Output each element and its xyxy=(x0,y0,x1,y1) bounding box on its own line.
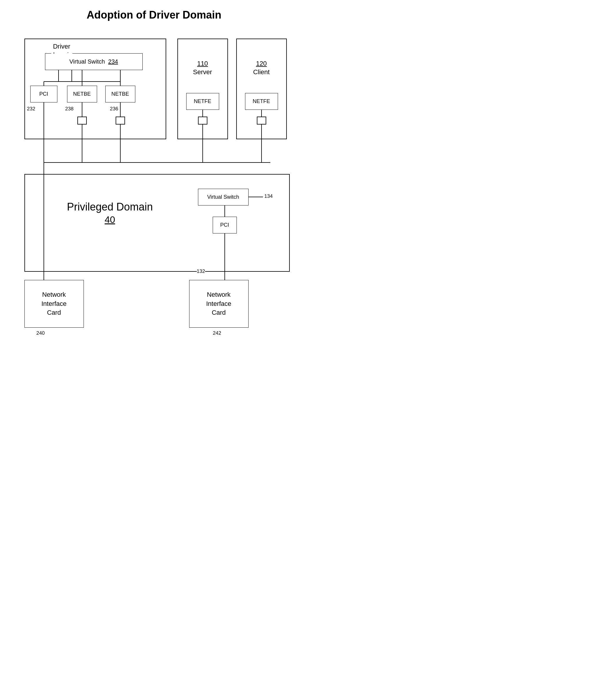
privileged-domain-label: Privileged Domain40 xyxy=(51,201,169,225)
netfe-server-label: NETFE xyxy=(186,93,219,110)
num-236: 236 xyxy=(110,106,118,112)
nic-242-label: NetworkInterfaceCard xyxy=(189,280,248,328)
virtual-switch-234-label: Virtual Switch 234 xyxy=(45,54,142,70)
svg-rect-21 xyxy=(78,117,86,124)
svg-rect-22 xyxy=(116,117,125,124)
num-242: 242 xyxy=(213,330,221,336)
svg-rect-24 xyxy=(198,117,207,124)
server-domain-label: 110Server xyxy=(186,59,219,76)
page-title: Adoption of Driver Domain xyxy=(12,9,296,21)
svg-rect-1 xyxy=(178,39,228,139)
nic-240-label: NetworkInterfaceCard xyxy=(25,280,84,328)
pci-134-label: PCI xyxy=(213,217,237,233)
svg-rect-2 xyxy=(237,39,287,139)
num-240: 240 xyxy=(37,330,45,336)
num-132: 132 xyxy=(197,269,205,274)
client-domain-label: 120Client xyxy=(245,59,278,76)
pci-232-label: PCI xyxy=(30,86,57,102)
num-134: 134 xyxy=(265,193,273,199)
netbe-236-label: NETBE xyxy=(106,86,135,102)
netfe-client-label: NETFE xyxy=(245,93,278,110)
virtual-switch-134-label: Virtual Switch xyxy=(198,189,248,205)
netbe-238-label: NETBE xyxy=(67,86,97,102)
num-238: 238 xyxy=(65,106,74,112)
diagram: Driverdomain210 Virtual Switch 234 PCI 2… xyxy=(13,30,295,348)
svg-rect-26 xyxy=(257,117,266,124)
num-232: 232 xyxy=(27,106,35,112)
